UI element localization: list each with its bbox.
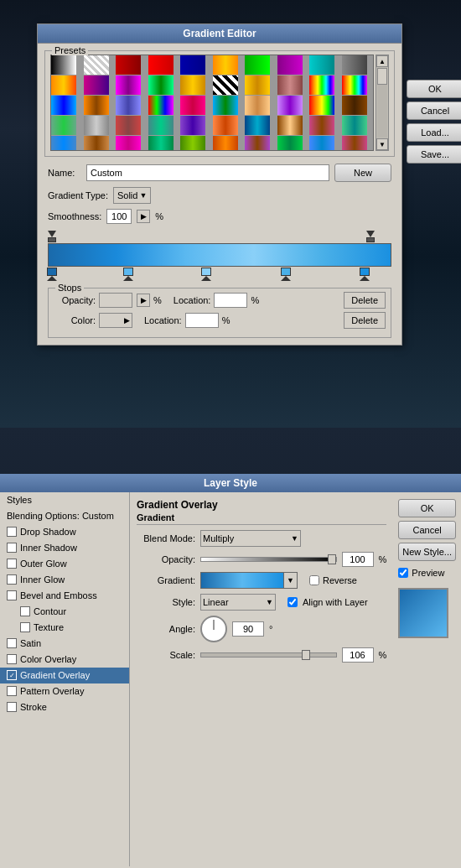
stops-color-location[interactable] bbox=[185, 313, 219, 328]
preset-6[interactable] bbox=[213, 55, 238, 75]
sidebar-item-gradient-overlay[interactable]: ✓ Gradient Overlay bbox=[0, 668, 129, 683]
preset-2[interactable] bbox=[84, 55, 109, 75]
preview-checkbox[interactable] bbox=[398, 568, 408, 578]
angle-dial[interactable] bbox=[200, 616, 227, 642]
sidebar-item-inner-glow[interactable]: Inner Glow bbox=[0, 572, 129, 588]
preset-37[interactable] bbox=[245, 116, 270, 135]
preset-21[interactable] bbox=[51, 96, 76, 115]
preset-8[interactable] bbox=[277, 55, 303, 75]
sidebar-item-satin[interactable]: Satin bbox=[0, 636, 129, 652]
preset-19[interactable] bbox=[309, 75, 334, 95]
color-overlay-checkbox[interactable] bbox=[7, 654, 17, 664]
opacity-stop-1[interactable] bbox=[48, 231, 56, 242]
preset-14[interactable] bbox=[148, 75, 174, 95]
name-input[interactable] bbox=[86, 164, 329, 181]
preset-9[interactable] bbox=[309, 55, 334, 75]
preset-48[interactable] bbox=[277, 136, 303, 151]
stops-color-swatch[interactable]: ▶ bbox=[99, 313, 132, 328]
angle-value-input[interactable] bbox=[232, 621, 264, 637]
opacity-delete-button[interactable]: Delete bbox=[344, 292, 386, 309]
preset-17[interactable] bbox=[245, 75, 270, 95]
opacity-value-input[interactable] bbox=[342, 552, 374, 567]
gradient-type-select[interactable]: Solid ▼ bbox=[113, 187, 151, 204]
pattern-overlay-checkbox[interactable] bbox=[7, 686, 17, 696]
scroll-up-btn[interactable]: ▲ bbox=[376, 55, 388, 67]
preset-7[interactable] bbox=[245, 55, 270, 75]
preset-3[interactable] bbox=[116, 55, 141, 75]
scale-slider-track[interactable] bbox=[200, 652, 337, 657]
contour-checkbox[interactable] bbox=[20, 606, 30, 616]
sidebar-item-color-overlay[interactable]: Color Overlay bbox=[0, 652, 129, 668]
gradient-style-select[interactable]: Linear ▼ bbox=[200, 594, 276, 611]
save-button[interactable]: Save... bbox=[407, 145, 461, 164]
preset-39[interactable] bbox=[309, 116, 334, 135]
preset-27[interactable] bbox=[245, 96, 270, 115]
ls-cancel-button[interactable]: Cancel bbox=[398, 521, 456, 539]
cancel-button[interactable]: Cancel bbox=[407, 101, 461, 120]
sidebar-item-texture[interactable]: Texture bbox=[0, 620, 129, 636]
new-style-button[interactable]: New Style... bbox=[398, 543, 456, 561]
color-stop-3[interactable] bbox=[201, 268, 211, 281]
stops-opacity-input[interactable] bbox=[99, 293, 132, 308]
preset-46[interactable] bbox=[213, 136, 238, 151]
opacity-slider-track[interactable] bbox=[200, 557, 337, 562]
preset-22[interactable] bbox=[84, 96, 109, 115]
ok-button[interactable]: OK bbox=[407, 80, 461, 98]
preset-1[interactable] bbox=[51, 55, 76, 75]
preset-18[interactable] bbox=[277, 75, 303, 95]
new-gradient-button[interactable]: New bbox=[334, 164, 391, 182]
scroll-thumb[interactable] bbox=[377, 68, 387, 85]
preset-40[interactable] bbox=[342, 116, 367, 135]
gradient-overlay-checkbox[interactable]: ✓ bbox=[7, 670, 17, 680]
sidebar-item-outer-glow[interactable]: Outer Glow bbox=[0, 556, 129, 572]
color-delete-button[interactable]: Delete bbox=[344, 312, 386, 329]
preset-44[interactable] bbox=[148, 136, 174, 151]
preset-23[interactable] bbox=[116, 96, 141, 115]
preset-42[interactable] bbox=[84, 136, 109, 151]
preset-31[interactable] bbox=[51, 116, 76, 135]
preset-36[interactable] bbox=[213, 116, 238, 135]
ls-ok-button[interactable]: OK bbox=[398, 499, 456, 517]
sidebar-item-bevel[interactable]: Bevel and Emboss bbox=[0, 588, 129, 604]
sidebar-item-drop-shadow[interactable]: Drop Shadow bbox=[0, 524, 129, 540]
preset-43[interactable] bbox=[116, 136, 141, 151]
blend-mode-select[interactable]: Multiply ▼ bbox=[200, 530, 301, 547]
preset-33[interactable] bbox=[116, 116, 141, 135]
presets-scrollbar[interactable]: ▲ ▼ bbox=[376, 55, 389, 151]
gradient-preview-bar[interactable] bbox=[48, 243, 391, 267]
scale-slider-thumb[interactable] bbox=[302, 650, 310, 660]
align-with-layer-checkbox[interactable] bbox=[287, 597, 298, 607]
color-stop-2[interactable] bbox=[123, 268, 133, 281]
preset-5[interactable] bbox=[180, 55, 205, 75]
sidebar-item-pattern-overlay[interactable]: Pattern Overlay bbox=[0, 683, 129, 699]
reverse-checkbox[interactable] bbox=[309, 575, 319, 585]
preset-15[interactable] bbox=[180, 75, 205, 95]
preset-11[interactable] bbox=[51, 75, 76, 95]
drop-shadow-checkbox[interactable] bbox=[7, 527, 17, 537]
satin-checkbox[interactable] bbox=[7, 638, 17, 648]
smoothness-input[interactable] bbox=[106, 209, 132, 224]
preset-30[interactable] bbox=[342, 96, 367, 115]
scroll-down-btn[interactable]: ▼ bbox=[376, 138, 388, 150]
preset-29[interactable] bbox=[309, 96, 334, 115]
gradient-swatch[interactable] bbox=[200, 572, 284, 589]
preset-4[interactable] bbox=[148, 55, 174, 75]
color-stop-4[interactable] bbox=[281, 268, 291, 281]
preset-10[interactable] bbox=[342, 55, 367, 75]
preset-41[interactable] bbox=[51, 136, 76, 151]
opacity-stop-2[interactable] bbox=[366, 231, 375, 242]
outer-glow-checkbox[interactable] bbox=[7, 559, 17, 569]
gradient-swatch-dropdown[interactable]: ▼ bbox=[284, 572, 298, 589]
sidebar-item-stroke[interactable]: Stroke bbox=[0, 699, 129, 715]
opacity-slider-thumb[interactable] bbox=[328, 554, 336, 564]
sidebar-item-styles[interactable]: Styles bbox=[0, 492, 129, 508]
texture-checkbox[interactable] bbox=[20, 622, 30, 632]
stroke-checkbox[interactable] bbox=[7, 702, 17, 712]
preset-28[interactable] bbox=[277, 96, 303, 115]
preset-38[interactable] bbox=[277, 116, 303, 135]
preset-20[interactable] bbox=[342, 75, 367, 95]
sidebar-item-inner-shadow[interactable]: Inner Shadow bbox=[0, 540, 129, 556]
smoothness-stepper[interactable]: ▶ bbox=[137, 210, 150, 223]
load-button[interactable]: Load... bbox=[407, 123, 461, 142]
bevel-checkbox[interactable] bbox=[7, 590, 17, 600]
